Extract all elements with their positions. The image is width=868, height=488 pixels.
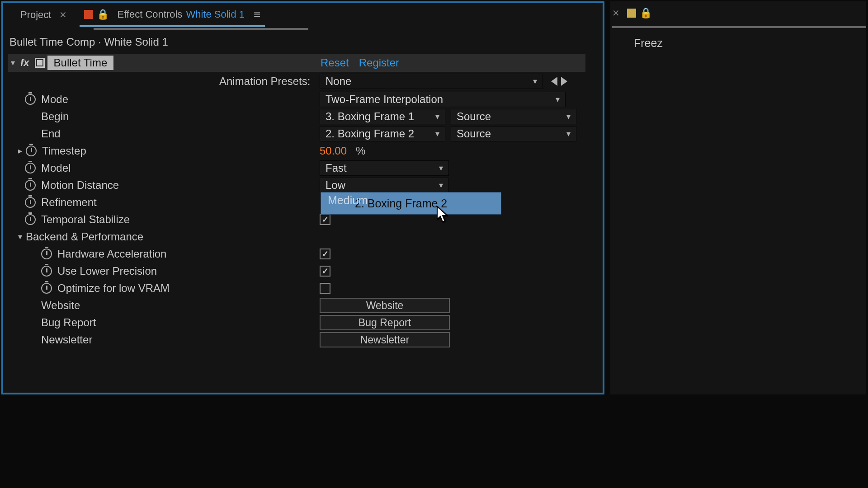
stopwatch-icon[interactable] [25,163,36,174]
param-end-label: End [41,127,61,140]
chevron-down-icon: ▾ [533,76,537,86]
model-dropdown[interactable]: Fast ▾ [320,160,449,176]
mode-value: Two-Frame Interpolation [326,93,443,106]
effect-controls-panel: Project ✕ 🔒 Effect Controls White Solid … [1,1,604,394]
param-refinement-label: Refinement [41,196,97,209]
layer-color-swatch [627,9,636,18]
param-mode-label: Mode [41,93,68,106]
lower-precision-checkbox[interactable]: ✓ [320,266,330,277]
begin-source-dropdown[interactable]: Source ▾ [451,109,576,124]
tab-project-label: Project [20,9,51,21]
effect-name[interactable]: Bullet Time [47,56,114,70]
begin-layer-value: 3. Boxing Frame 1 [326,110,414,123]
panel-menu-icon[interactable]: ≡ [254,7,260,21]
website-button-label: Website [366,300,404,312]
animation-presets-value: None [326,75,351,88]
register-button[interactable]: Register [359,56,399,69]
backend-group-label: Backend & Performance [26,230,143,243]
motion-distance-dropdown[interactable]: Low ▾ [320,178,449,193]
bugreport-button-label: Bug Report [359,317,411,329]
preset-icon[interactable] [35,58,45,68]
chevron-down-icon: ▾ [556,94,560,104]
twirl-down-icon[interactable]: ▾ [15,232,25,242]
breadcrumb: Bullet Time Comp · White Solid 1 [3,27,603,52]
stopwatch-icon[interactable] [25,94,36,105]
mode-dropdown[interactable]: Two-Frame Interpolation ▾ [320,92,566,107]
chevron-down-icon: ▾ [566,129,571,139]
close-icon[interactable]: ✕ [612,8,620,19]
layer-color-swatch [84,10,93,19]
param-temporal-stabilize-label: Temporal Stabilize [41,213,130,226]
stopwatch-icon[interactable] [41,283,52,294]
timestep-unit: % [356,145,365,157]
param-motion-distance-label: Motion Distance [41,179,119,192]
right-panel: ✕ 🔒 Freez [610,1,866,394]
lock-icon[interactable]: 🔒 [97,9,109,20]
fx-icon[interactable]: fx [20,57,29,69]
dropdown-hover-item-label: 2. Boxing Frame 2 [355,197,447,210]
website-button[interactable]: Website [320,298,450,313]
motion-distance-value: Low [326,179,345,192]
tab-underline [612,26,866,28]
lock-icon[interactable]: 🔒 [640,7,652,19]
timestep-value[interactable]: 50.00 [320,145,347,157]
param-begin-label: Begin [41,110,69,123]
right-tab-bar: ✕ 🔒 [610,1,866,25]
preset-prev-icon[interactable] [551,77,557,86]
chevron-down-icon: ▾ [439,163,443,173]
tab-underline [94,28,308,30]
end-source-dropdown[interactable]: Source ▾ [451,126,576,141]
newsletter-button[interactable]: Newsletter [320,332,450,347]
low-vram-checkbox[interactable] [320,283,330,294]
end-layer-value: 2. Boxing Frame 2 [326,127,414,140]
reset-button[interactable]: Reset [321,56,349,69]
begin-source-value: Source [457,110,491,123]
bugreport-button[interactable]: Bug Report [320,315,450,330]
newsletter-button-label: Newsletter [360,334,410,346]
animation-presets-label: Animation Presets: [219,75,310,88]
stopwatch-icon[interactable] [25,180,36,191]
param-hardware-accel-label: Hardware Acceleration [57,248,166,260]
cursor-icon [436,206,450,226]
effect-header: ▾ fx Bullet Time Reset Register [8,54,585,72]
param-timestep-label: Timestep [42,145,86,157]
tab-effect-controls[interactable]: 🔒 Effect Controls White Solid 1 ≡ [80,3,265,27]
animation-presets-dropdown[interactable]: None ▾ [320,74,543,89]
temporal-stabilize-checkbox[interactable]: ✓ [320,214,330,225]
close-icon[interactable]: ✕ [59,9,67,20]
chevron-down-icon: ▾ [566,112,571,122]
twirl-down-icon[interactable]: ▾ [8,58,18,68]
chevron-down-icon: ▾ [439,180,443,190]
stopwatch-icon[interactable] [41,249,52,259]
end-layer-dropdown[interactable]: 2. Boxing Frame 2 ▾ [320,126,445,141]
param-low-vram-label: Optimize for low VRAM [57,282,170,295]
param-newsletter-label: Newsletter [41,333,92,346]
stopwatch-icon[interactable] [26,145,37,156]
chevron-down-icon: ▾ [435,112,439,122]
chevron-down-icon: ▾ [435,129,439,139]
param-lower-precision-label: Use Lower Precision [57,265,157,277]
param-website-label: Website [41,299,80,312]
refinement-value: Medium [328,194,368,207]
tab-project[interactable]: Project ✕ [16,3,71,27]
twirl-right-icon[interactable]: ▸ [15,146,25,156]
stopwatch-icon[interactable] [25,197,36,208]
tab-bar: Project ✕ 🔒 Effect Controls White Solid … [3,3,603,27]
model-value: Fast [326,162,347,174]
tab-layer-name: White Solid 1 [186,9,245,20]
stopwatch-icon[interactable] [25,214,36,225]
preset-next-icon[interactable] [561,77,567,86]
hardware-accel-checkbox[interactable]: ✓ [320,249,330,259]
stopwatch-icon[interactable] [41,266,52,277]
param-bugreport-label: Bug Report [41,316,96,329]
param-model-label: Model [41,162,71,174]
right-panel-title: Freez [610,25,866,50]
begin-layer-dropdown[interactable]: 3. Boxing Frame 1 ▾ [320,109,445,124]
end-source-value: Source [457,127,491,140]
tab-effect-controls-label: Effect Controls [117,9,182,20]
